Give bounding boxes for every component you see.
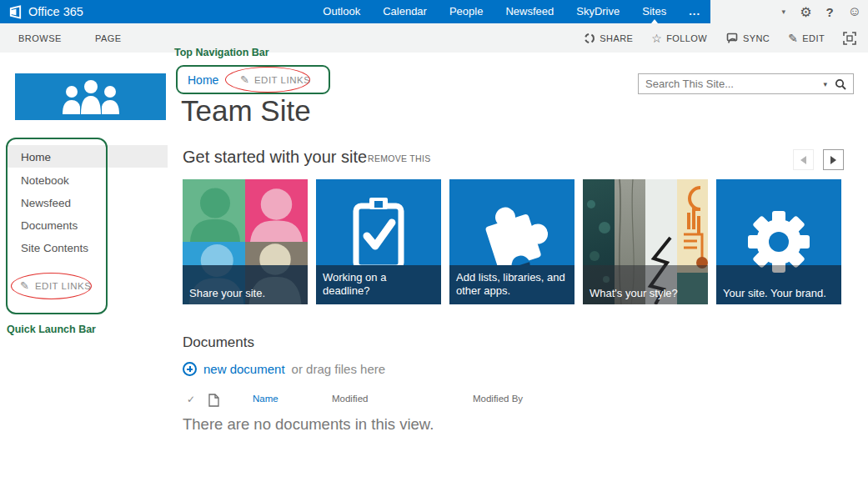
- search-magnifier-icon[interactable]: [835, 78, 846, 90]
- suite-nav-people[interactable]: People: [449, 0, 483, 23]
- settings-gear-icon[interactable]: ⚙: [800, 4, 811, 20]
- site-search-box: ▾: [638, 73, 854, 94]
- edit-links-pencil-icon: ✎: [240, 73, 249, 86]
- edit-links-pencil-icon: ✎: [20, 279, 29, 292]
- share-button[interactable]: SHARE: [584, 33, 633, 44]
- prev-arrow-icon: [800, 156, 806, 164]
- edit-label: EDIT: [802, 33, 825, 43]
- new-document-link[interactable]: new document: [203, 362, 285, 376]
- sidebar-item-documents[interactable]: Documents: [21, 219, 78, 232]
- new-document-row: new document or drag files here: [183, 362, 385, 376]
- search-input[interactable]: [639, 78, 820, 90]
- edit-button[interactable]: ✎ EDIT: [788, 33, 825, 44]
- ribbon-tabs: BROWSE PAGE: [18, 23, 122, 53]
- top-nav-home-link[interactable]: Home: [188, 73, 218, 87]
- quick-launch-edit-links-button[interactable]: ✎ EDIT LINKS: [20, 279, 91, 292]
- sync-label: SYNC: [743, 33, 770, 43]
- suite-nav: Outlook Calendar People Newsfeed SkyDriv…: [323, 0, 700, 23]
- sidebar-item-newsfeed[interactable]: Newsfeed: [21, 197, 71, 209]
- edit-links-label: EDIT LINKS: [35, 281, 91, 291]
- clipboard-check-icon: [353, 198, 404, 273]
- sites-label: Sites: [642, 5, 666, 18]
- follow-star-icon: ☆: [651, 33, 662, 44]
- help-icon[interactable]: ?: [825, 5, 833, 19]
- getting-started-heading: Get started with your site: [183, 148, 367, 167]
- brand-label: Office 365: [28, 5, 83, 18]
- suite-bar-blue: Office 365 Outlook Calendar People Newsf…: [0, 0, 710, 23]
- tile-caption: Share your site.: [189, 287, 303, 300]
- quick-launch-annotation-label: Quick Launch Bar: [7, 324, 96, 335]
- tile-whats-your-style[interactable]: What's your style?: [583, 179, 708, 304]
- top-nav-edit-links-button[interactable]: ✎ EDIT LINKS: [240, 73, 310, 86]
- ribbon-actions: SHARE ☆ FOLLOW SYNC ✎ EDIT: [584, 23, 856, 53]
- focus-on-content-button[interactable]: [843, 32, 856, 45]
- sidebar-item-notebook[interactable]: Notebook: [21, 174, 69, 187]
- select-all-checkmark[interactable]: ✓: [187, 394, 195, 405]
- column-header-name[interactable]: Name: [253, 394, 278, 404]
- tile-caption: What's your style?: [590, 287, 703, 300]
- empty-library-message: There are no documents in this view.: [183, 415, 434, 434]
- document-type-column-icon: [208, 394, 219, 407]
- sharepoint-team-site-page: Office 365 Outlook Calendar People Newsf…: [0, 0, 868, 492]
- suite-nav-outlook[interactable]: Outlook: [323, 0, 360, 23]
- tile1-quadrant-green: [183, 179, 245, 242]
- suite-nav-newsfeed[interactable]: Newsfeed: [505, 0, 554, 23]
- tile-your-site-your-brand[interactable]: Your site. Your brand.: [716, 179, 841, 304]
- search-scope-caret-icon[interactable]: ▾: [820, 80, 835, 88]
- sidebar-item-home[interactable]: Home: [21, 151, 51, 163]
- next-arrow-icon: [830, 156, 836, 164]
- sidebar-item-site-contents[interactable]: Site Contents: [21, 242, 88, 254]
- share-icon: [584, 33, 595, 44]
- tile1-quadrant-pink: [245, 179, 308, 242]
- tile-add-lists-libraries-apps[interactable]: Add lists, libraries, and other apps.: [449, 179, 574, 304]
- plus-circle-icon[interactable]: [183, 362, 197, 376]
- tab-browse[interactable]: BROWSE: [18, 33, 62, 43]
- office-logo-icon: [8, 5, 23, 19]
- site-logo[interactable]: [15, 73, 166, 120]
- follow-button[interactable]: ☆ FOLLOW: [651, 33, 707, 44]
- suite-bar-icons: ▾ ⚙ ? ☺: [782, 0, 861, 23]
- page-title: Team Site: [181, 94, 311, 128]
- edit-pencil-icon: ✎: [788, 33, 798, 44]
- follow-label: FOLLOW: [666, 33, 707, 43]
- documents-heading: Documents: [183, 334, 254, 351]
- office365-brand[interactable]: Office 365: [8, 5, 83, 19]
- column-header-modified[interactable]: Modified: [332, 394, 368, 404]
- tile-working-on-a-deadline[interactable]: Working on a deadline?: [316, 179, 441, 304]
- edit-links-label: EDIT LINKS: [254, 75, 310, 85]
- suite-nav-calendar[interactable]: Calendar: [383, 0, 427, 23]
- drag-files-hint: or drag files here: [292, 362, 386, 376]
- account-dropdown-caret-icon[interactable]: ▾: [782, 8, 786, 16]
- carousel-prev-button[interactable]: [793, 149, 814, 170]
- remove-this-link[interactable]: REMOVE THIS: [368, 153, 430, 163]
- tab-page[interactable]: PAGE: [95, 33, 122, 43]
- carousel-next-button[interactable]: [823, 149, 844, 170]
- ribbon-bar: BROWSE PAGE SHARE ☆ FOLLOW SYNC ✎ EDIT: [0, 23, 868, 53]
- sync-icon: [725, 33, 739, 44]
- sync-button[interactable]: SYNC: [725, 33, 770, 44]
- feedback-smiley-icon[interactable]: ☺: [848, 4, 861, 19]
- team-people-icon: [55, 79, 127, 114]
- suite-nav-more[interactable]: ...: [689, 0, 700, 23]
- suite-nav-sites[interactable]: Sites: [642, 0, 666, 23]
- column-header-modified-by[interactable]: Modified By: [473, 394, 523, 404]
- tile-caption: Your site. Your brand.: [723, 287, 836, 300]
- share-label: SHARE: [600, 33, 633, 43]
- suite-nav-skydrive[interactable]: SkyDrive: [576, 0, 620, 23]
- person-silhouette-icon: [245, 179, 308, 242]
- suite-bar: Office 365 Outlook Calendar People Newsf…: [0, 0, 868, 23]
- tile-share-your-site[interactable]: Share your site.: [183, 179, 308, 304]
- tile-caption: Working on a deadline?: [323, 271, 436, 298]
- person-silhouette-icon: [183, 179, 245, 242]
- top-nav-annotation-label: Top Navigation Bar: [174, 47, 269, 58]
- focus-icon: [843, 32, 856, 45]
